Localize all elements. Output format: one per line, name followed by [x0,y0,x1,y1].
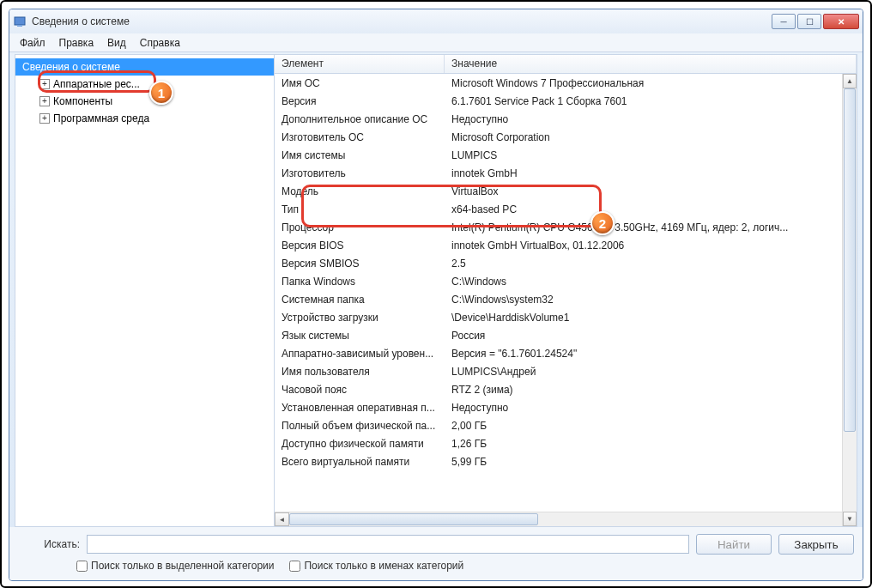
expand-icon[interactable]: + [39,96,50,106]
row-value: Россия [445,330,857,342]
row-key: Аппаратно-зависимый уровен... [275,348,445,360]
search-label: Искать: [18,538,80,550]
close-search-button[interactable]: Закрыть [778,534,854,555]
table-row[interactable]: Папка WindowsC:\Windows [275,272,857,290]
row-key: Версия SMBIOS [275,258,445,270]
row-value: 2,00 ГБ [445,420,857,432]
vertical-scrollbar[interactable]: ▲ ▼ [842,74,857,526]
row-value: LUMPICS [445,149,857,161]
table-row[interactable]: Имя пользователяLUMPICS\Андрей [275,362,857,380]
row-key: Дополнительное описание ОС [275,113,445,125]
tree-item-software[interactable]: + Программная среда [15,110,274,127]
table-row[interactable]: Всего виртуальной памяти5,99 ГБ [275,452,857,470]
table-row[interactable]: Устройство загрузки\Device\HarddiskVolum… [275,308,857,326]
row-key: Папка Windows [275,276,445,288]
row-value: Версия = "6.1.7601.24524" [445,348,857,360]
menu-file[interactable]: Файл [13,35,52,51]
horizontal-scrollbar[interactable]: ◄ ► [275,512,857,526]
scroll-up-icon[interactable]: ▲ [843,74,857,88]
table-row[interactable]: Изготовитель ОСMicrosoft Corporation [275,128,857,146]
row-key: Язык системы [275,330,445,342]
row-value: 1,26 ГБ [445,438,857,450]
tree-root[interactable]: Сведения о системе [15,58,274,76]
opt-names-checkbox[interactable] [289,561,300,572]
hscroll-thumb[interactable] [289,513,538,525]
table-row[interactable]: Аппаратно-зависимый уровен...Версия = "6… [275,344,857,362]
row-value: 5,99 ГБ [445,456,857,468]
row-key: Имя системы [275,149,445,161]
tree-comp-label: Компоненты [53,95,112,107]
row-value: Microsoft Corporation [445,131,857,143]
row-key: Всего виртуальной памяти [275,456,445,468]
opt-category[interactable]: Поиск только в выделенной категории [76,560,274,572]
list-body: Имя ОСMicrosoft Windows 7 Профессиональн… [275,74,857,512]
row-key: Доступно физической памяти [275,438,445,450]
content-area: Сведения о системе + Аппаратные рес... +… [15,54,857,527]
table-row[interactable]: Версия6.1.7601 Service Pack 1 Сборка 760… [275,92,857,110]
menu-view[interactable]: Вид [100,35,133,51]
row-value: C:\Windows [445,276,857,288]
row-key: Установленная оперативная п... [275,402,445,414]
row-value: \Device\HarddiskVolume1 [445,312,857,324]
table-row[interactable]: Доступно физической памяти1,26 ГБ [275,434,857,452]
row-key: Версия BIOS [275,239,445,252]
table-row[interactable]: Имя ОСMicrosoft Windows 7 Профессиональн… [275,74,857,92]
expand-icon[interactable]: + [39,79,50,89]
table-row[interactable]: ПроцессорIntel(R) Pentium(R) CPU G4560 @… [275,218,857,236]
table-row[interactable]: Версия BIOSinnotek GmbH VirtualBox, 01.1… [275,236,857,254]
row-value: x64-based PC [445,203,857,215]
titlebar: Сведения о системе ─ ☐ ✕ [9,9,863,33]
expand-icon[interactable]: + [39,113,50,124]
svg-rect-1 [17,25,22,27]
tree-item-components[interactable]: + Компоненты [15,93,274,110]
row-key: Имя ОС [275,77,445,89]
row-value: C:\Windows\system32 [445,294,857,306]
app-icon [13,15,27,28]
table-row[interactable]: Язык системыРоссия [275,326,857,344]
row-value: Intel(R) Pentium(R) CPU G4560 @ 3.50GHz,… [445,221,857,233]
col-value[interactable]: Значение [445,55,857,73]
col-element[interactable]: Элемент [275,55,445,73]
menu-help[interactable]: Справка [133,35,187,51]
close-button[interactable]: ✕ [823,14,859,29]
table-row[interactable]: Типx64-based PC [275,200,857,218]
row-key: Тип [275,203,445,215]
row-value: Недоступно [445,113,857,125]
window-frame: Сведения о системе ─ ☐ ✕ Файл Правка Вид… [9,9,863,581]
table-row[interactable]: Полный объем физической па...2,00 ГБ [275,416,857,434]
row-value: VirtualBox [445,185,857,197]
row-value: innotek GmbH VirtualBox, 01.12.2006 [445,239,857,252]
tree-soft-label: Программная среда [53,112,149,124]
table-row[interactable]: Часовой поясRTZ 2 (зима) [275,380,857,398]
opt-names[interactable]: Поиск только в именах категорий [289,560,463,572]
table-row[interactable]: МодельVirtualBox [275,182,857,200]
menu-edit[interactable]: Правка [52,35,101,51]
search-input[interactable] [87,535,689,554]
scroll-down-icon[interactable]: ▼ [843,512,857,526]
list-header: Элемент Значение [275,55,857,74]
minimize-button[interactable]: ─ [772,14,796,29]
row-key: Имя пользователя [275,366,445,378]
table-row[interactable]: Системная папкаC:\Windows\system32 [275,290,857,308]
scroll-left-icon[interactable]: ◄ [275,512,289,526]
tree-pane: Сведения о системе + Аппаратные рес... +… [15,55,275,526]
table-row[interactable]: Дополнительное описание ОСНедоступно [275,110,857,128]
list-pane: Элемент Значение Имя ОСMicrosoft Windows… [275,55,857,526]
find-button[interactable]: Найти [696,534,772,555]
table-row[interactable]: Установленная оперативная п...Недоступно [275,398,857,416]
table-row[interactable]: Имя системыLUMPICS [275,146,857,164]
row-key: Системная папка [275,294,445,306]
row-key: Полный объем физической па... [275,420,445,432]
row-value: Microsoft Windows 7 Профессиональная [445,77,857,89]
opt-names-label: Поиск только в именах категорий [304,560,463,572]
table-row[interactable]: Изготовительinnotek GmbH [275,164,857,182]
tree-item-hardware[interactable]: + Аппаратные рес... [15,76,274,93]
scroll-thumb[interactable] [844,88,856,432]
menubar: Файл Правка Вид Справка [9,33,863,52]
tree-hw-label: Аппаратные рес... [53,78,140,90]
table-row[interactable]: Версия SMBIOS2.5 [275,254,857,272]
window-title: Сведения о системе [32,15,772,27]
maximize-button[interactable]: ☐ [797,14,821,29]
opt-category-checkbox[interactable] [76,561,88,572]
row-key: Часовой пояс [275,384,445,396]
